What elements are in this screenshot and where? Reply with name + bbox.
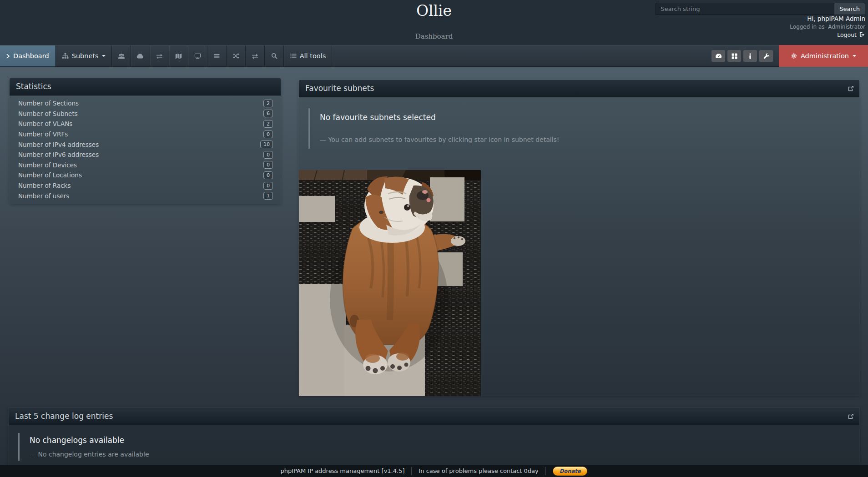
status-badge: 10 xyxy=(260,141,273,148)
table-row: Number of Devices0 xyxy=(10,160,281,171)
caret-down-icon xyxy=(102,55,106,57)
exchange-arrows-icon xyxy=(156,53,163,59)
changelog-empty-title: No changelogs available xyxy=(30,436,859,445)
table-row: Number of VRFs0 xyxy=(10,129,281,140)
user-role-line: Logged in as Administrator xyxy=(790,24,865,30)
caret-down-icon xyxy=(853,55,856,57)
status-badge: 0 xyxy=(263,161,273,169)
changelog-empty-block: No changelogs available — No changelog e… xyxy=(18,433,859,461)
favourite-subnets-header: Favourite subnets xyxy=(299,80,859,97)
shuffle-icon xyxy=(232,53,239,59)
main-nav: Dashboard Subnets xyxy=(0,45,868,67)
tools-wrench-button[interactable] xyxy=(759,50,773,62)
gauge-icon xyxy=(715,53,722,59)
nav-tab-all-tools[interactable]: All tools xyxy=(284,45,333,66)
statistics-panel-header: Statistics xyxy=(10,78,281,95)
logged-in-as-label: Logged in as xyxy=(790,24,824,30)
page-subtitle-dashboard[interactable]: Dashboard xyxy=(0,32,868,40)
widgets-grid-button[interactable] xyxy=(727,50,741,62)
dashboard-content: Statistics Number of Sections2 Number of… xyxy=(0,67,868,465)
table-row: Number of Locations0 xyxy=(10,170,281,181)
dog-photo xyxy=(299,170,481,396)
favourites-empty-title: No favourite subnets selected xyxy=(320,113,859,122)
users-group-icon xyxy=(118,53,125,59)
favourites-empty-block: No favourite subnets selected — You can … xyxy=(308,108,859,149)
nav-tab-label: All tools xyxy=(300,52,326,60)
grid-icon xyxy=(732,53,737,59)
gear-icon xyxy=(791,53,797,59)
nav-right-cluster: Administration xyxy=(712,45,868,66)
changelog-title: Last 5 change log entries xyxy=(15,412,113,421)
footer-version: phpIPAM IP address management [v1.4.5] xyxy=(281,467,405,474)
map-icon xyxy=(175,53,182,59)
status-badge: 2 xyxy=(263,100,273,107)
changelog-panel: Last 5 change log entries No changelogs … xyxy=(9,408,859,465)
cloud-icon xyxy=(136,53,144,59)
administration-button[interactable]: Administration xyxy=(779,45,868,67)
footer-contact[interactable]: In case of problems please contact 0day xyxy=(419,467,538,474)
search-area: Search xyxy=(656,3,865,15)
nav-tab-exchange[interactable] xyxy=(150,45,169,66)
nav-tab-transfer[interactable] xyxy=(246,45,265,66)
nav-tab-search[interactable] xyxy=(265,45,284,66)
status-badge: 1 xyxy=(263,192,273,200)
user-info: Hi, phpIPAM Admin Logged in as Administr… xyxy=(790,15,865,38)
nav-tab-menu-bars[interactable] xyxy=(207,45,227,66)
status-badge: 0 xyxy=(263,131,273,138)
footer-divider xyxy=(411,467,412,475)
changelog-empty-note: — No changelog entries are available xyxy=(30,451,859,458)
status-badge: 0 xyxy=(263,171,273,179)
favourite-subnets-panel: Favourite subnets No favourite subnets s… xyxy=(299,80,859,396)
nav-tab-subnets[interactable]: Subnets xyxy=(56,45,112,66)
list-icon xyxy=(290,53,297,59)
statistics-panel: Statistics Number of Sections2 Number of… xyxy=(10,78,281,204)
nav-tab-folders[interactable] xyxy=(112,45,131,66)
nav-tab-shuffle[interactable] xyxy=(227,45,246,66)
search-input[interactable] xyxy=(656,3,834,15)
favourite-subnets-title: Favourite subnets xyxy=(305,84,374,93)
administration-label: Administration xyxy=(801,52,849,60)
info-button[interactable] xyxy=(743,50,757,62)
info-icon xyxy=(749,53,752,59)
footer-divider xyxy=(545,467,546,475)
status-badge: 0 xyxy=(263,151,273,159)
favourites-empty-note: — You can add subnets to favourites by c… xyxy=(320,136,859,143)
chevron-right-icon xyxy=(6,54,10,59)
widgets-gauge-button[interactable] xyxy=(712,50,725,62)
nav-tab-label: Dashboard xyxy=(13,52,49,60)
table-row: Number of Subnets6 xyxy=(10,109,281,119)
footer-bar: phpIPAM IP address management [v1.4.5] I… xyxy=(0,465,868,477)
desktop-icon xyxy=(194,53,201,59)
search-icon xyxy=(271,53,278,59)
donate-button[interactable]: Donate xyxy=(553,467,588,476)
table-row: Number of IPv6 addresses0 xyxy=(10,150,281,160)
user-greeting: Hi, phpIPAM Admin xyxy=(790,15,865,22)
nav-tab-map[interactable] xyxy=(169,45,188,66)
table-row: Number of IPv4 addresses10 xyxy=(10,139,281,150)
menu-bars-icon xyxy=(214,54,220,59)
nav-tab-desktop[interactable] xyxy=(188,45,207,66)
status-badge: 0 xyxy=(263,182,273,190)
nav-tab-label: Subnets xyxy=(72,52,99,60)
table-row: Number of Sections2 xyxy=(10,98,281,109)
sitemap-icon xyxy=(62,53,69,59)
transfer-arrows-icon xyxy=(252,53,258,59)
logout-link[interactable]: Logout xyxy=(790,31,865,38)
table-row: Number of Racks0 xyxy=(10,181,281,191)
external-link-icon[interactable] xyxy=(848,413,854,419)
top-header: Ollie Dashboard Search Hi, phpIPAM Admin… xyxy=(0,0,868,45)
table-row: Number of users1 xyxy=(10,191,281,201)
nav-tab-dashboard[interactable]: Dashboard xyxy=(0,45,56,66)
statistics-title: Statistics xyxy=(16,82,51,91)
logout-label: Logout xyxy=(837,31,857,38)
user-role-link[interactable]: Administrator xyxy=(828,24,865,30)
status-badge: 6 xyxy=(263,110,273,117)
changelog-panel-header: Last 5 change log entries xyxy=(9,408,859,425)
sign-out-icon xyxy=(859,32,865,38)
search-button[interactable]: Search xyxy=(834,3,865,15)
external-link-icon[interactable] xyxy=(848,85,854,91)
status-badge: 2 xyxy=(263,120,273,128)
nav-tab-cloud[interactable] xyxy=(131,45,150,66)
wrench-icon xyxy=(763,53,769,59)
table-row: Number of VLANs2 xyxy=(10,119,281,129)
